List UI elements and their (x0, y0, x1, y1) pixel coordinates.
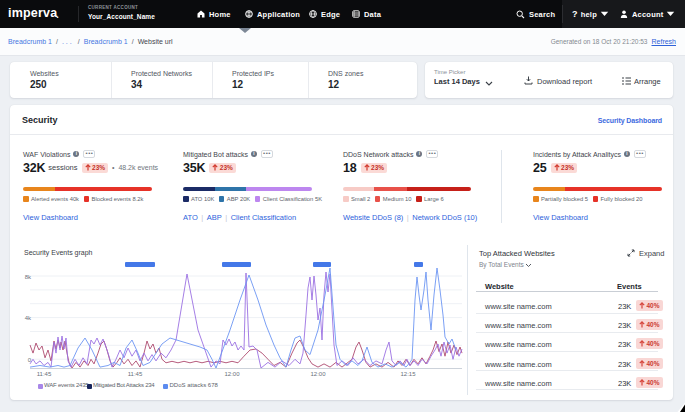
svg-text:8k: 8k (25, 274, 32, 280)
svg-text:12:00: 12:00 (224, 371, 240, 377)
svg-text:4k: 4k (25, 315, 32, 321)
svg-text:11:45: 11:45 (37, 371, 52, 377)
svg-text:12:00: 12:00 (310, 371, 326, 377)
svg-text:12:15: 12:15 (400, 371, 416, 377)
svg-text:11:45: 11:45 (128, 371, 143, 377)
